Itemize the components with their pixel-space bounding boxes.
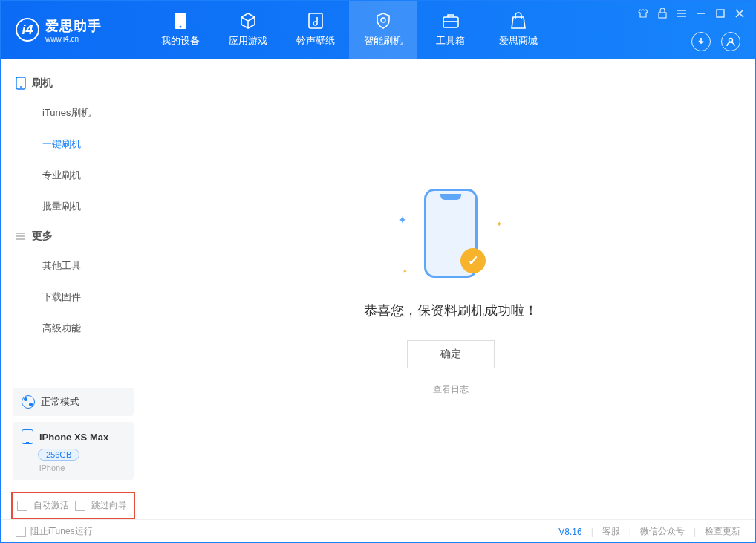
check-badge-icon: ✓: [460, 248, 486, 273]
checkbox-skip-guide[interactable]: [75, 501, 85, 511]
lock-icon[interactable]: [657, 8, 668, 19]
block-itunes-label: 阻止iTunes运行: [30, 525, 93, 538]
sidebar-item-download-firmware[interactable]: 下载固件: [1, 282, 146, 313]
group-title: 刷机: [32, 77, 53, 90]
maximize-button[interactable]: [715, 8, 726, 19]
header-action-buttons: [691, 32, 740, 51]
tab-label: 我的设备: [161, 34, 200, 48]
briefcase-icon: [442, 12, 460, 30]
main-content: ✦ ✦ ✦ ✓ 恭喜您，保资料刷机成功啦！ 确定 查看日志: [146, 59, 755, 519]
tab-ringtones-wallpapers[interactable]: 铃声壁纸: [281, 1, 349, 59]
app-name: 爱思助手: [45, 17, 102, 35]
user-button[interactable]: [721, 32, 740, 51]
sidebar-item-batch-flash[interactable]: 批量刷机: [1, 191, 146, 222]
minimize-button[interactable]: [696, 8, 706, 19]
sidebar-group-more: 更多: [1, 222, 146, 250]
sidebar-item-pro-flash[interactable]: 专业刷机: [1, 160, 146, 191]
shirt-icon[interactable]: [638, 8, 648, 19]
menu-icon[interactable]: [677, 8, 687, 19]
music-note-icon: [307, 12, 325, 30]
tab-label: 铃声壁纸: [296, 34, 335, 48]
tab-label: 爱思商城: [499, 34, 538, 48]
view-log-link[interactable]: 查看日志: [433, 383, 469, 396]
svg-point-1: [179, 26, 181, 28]
tab-store[interactable]: 爱思商城: [484, 1, 552, 59]
phone-outline-icon: [16, 77, 26, 90]
sidebar: 刷机 iTunes刷机 一键刷机 专业刷机 批量刷机 更多 其他工具 下载固件 …: [1, 59, 146, 519]
nav-tabs: 我的设备 应用游戏 铃声壁纸 智能刷机 工具箱 爱思商城: [146, 1, 552, 59]
tab-toolbox[interactable]: 工具箱: [417, 1, 484, 59]
confirm-button[interactable]: 确定: [407, 340, 495, 368]
close-button[interactable]: [734, 8, 745, 19]
device-type: iPhone: [39, 464, 125, 472]
svg-rect-6: [659, 13, 666, 18]
app-body: 刷机 iTunes刷机 一键刷机 专业刷机 批量刷机 更多 其他工具 下载固件 …: [1, 59, 755, 519]
version-label: V8.16: [558, 527, 581, 537]
svg-point-16: [20, 86, 22, 88]
sidebar-item-advanced[interactable]: 高级功能: [1, 313, 146, 344]
footer-link-update[interactable]: 检查更新: [705, 525, 740, 538]
tab-apps-games[interactable]: 应用游戏: [214, 1, 281, 59]
tab-my-device[interactable]: 我的设备: [146, 1, 214, 59]
footer-bar: 阻止iTunes运行 V8.16 | 客服 | 微信公众号 | 检查更新: [1, 519, 755, 543]
window-controls: [638, 8, 745, 19]
sidebar-group-flash: 刷机: [1, 69, 146, 97]
sparkle-icon: ✦: [403, 268, 408, 275]
device-info[interactable]: iPhone XS Max 256GB iPhone: [13, 422, 134, 480]
list-icon: [16, 231, 26, 241]
device-name: iPhone XS Max: [39, 432, 108, 443]
tab-label: 工具箱: [436, 34, 465, 48]
svg-rect-4: [443, 17, 458, 27]
cube-icon: [239, 12, 257, 30]
phone-icon: [172, 12, 189, 30]
bag-icon: [509, 12, 527, 30]
svg-point-3: [381, 18, 385, 22]
logo-area: i4 爱思助手 www.i4.cn: [1, 17, 146, 43]
footer-right: V8.16 | 客服 | 微信公众号 | 检查更新: [558, 525, 740, 538]
app-header: i4 爱思助手 www.i4.cn 我的设备 应用游戏 铃声壁纸 智能刷机 工具…: [1, 1, 755, 59]
app-domain: www.i4.cn: [45, 35, 102, 43]
mode-status[interactable]: 正常模式: [13, 388, 134, 416]
tab-smart-flash[interactable]: 智能刷机: [349, 1, 417, 59]
checkbox-auto-activate[interactable]: [17, 501, 27, 511]
mode-icon: [22, 395, 35, 409]
logo-icon: i4: [16, 18, 39, 42]
shield-gear-icon: [374, 12, 392, 30]
checkbox-block-itunes[interactable]: [16, 527, 26, 537]
footer-link-support[interactable]: 客服: [602, 525, 620, 538]
logo-text: 爱思助手 www.i4.cn: [45, 17, 102, 43]
flash-options-highlight: 自动激活 跳过向导: [11, 492, 135, 519]
footer-left: 阻止iTunes运行: [16, 525, 93, 538]
sparkle-icon: ✦: [398, 214, 407, 226]
auto-activate-label: 自动激活: [33, 499, 69, 512]
group-title: 更多: [32, 230, 53, 243]
device-icon: [22, 429, 33, 444]
footer-link-wechat[interactable]: 微信公众号: [640, 525, 685, 538]
svg-rect-2: [309, 13, 322, 28]
tab-label: 应用游戏: [229, 34, 267, 48]
svg-rect-11: [717, 10, 724, 17]
mode-label: 正常模式: [41, 395, 79, 409]
sidebar-item-onekey-flash[interactable]: 一键刷机: [1, 129, 146, 160]
tab-label: 智能刷机: [364, 34, 403, 48]
sparkle-icon: ✦: [496, 220, 502, 228]
download-button[interactable]: [691, 32, 711, 51]
sidebar-item-itunes-flash[interactable]: iTunes刷机: [1, 97, 146, 129]
success-message: 恭喜您，保资料刷机成功啦！: [364, 302, 538, 319]
skip-guide-label: 跳过向导: [91, 499, 127, 512]
sidebar-item-other-tools[interactable]: 其他工具: [1, 250, 146, 282]
device-storage-badge: 256GB: [38, 449, 79, 461]
success-illustration: ✦ ✦ ✦ ✓: [388, 183, 514, 287]
svg-point-14: [729, 39, 733, 42]
